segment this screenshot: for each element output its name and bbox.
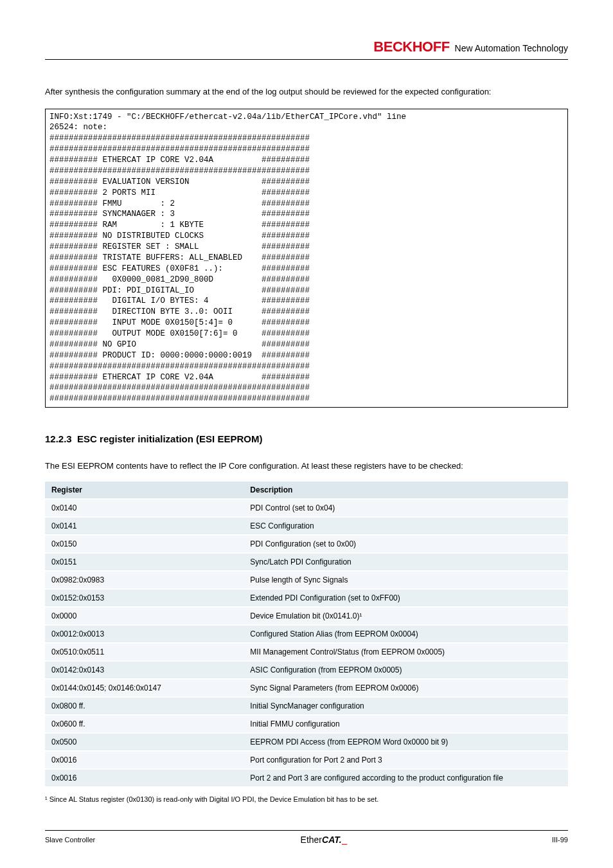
section-heading: 12.2.3 ESC register initialization (ESI … xyxy=(45,433,568,444)
page-footer: Slave Controller EtherCAT.⎯ III-99 xyxy=(45,830,568,845)
table-cell-description: Pulse length of Sync Signals xyxy=(244,571,568,589)
table-cell-register: 0x0016 xyxy=(45,751,244,769)
footer-logo: EtherCAT.⎯ xyxy=(301,835,347,845)
table-cell-description: PDI Configuration (set to 0x00) xyxy=(244,535,568,553)
table-cell-register: 0x0140 xyxy=(45,499,244,517)
table-row: 0x0152:0x0153Extended PDI Configuration … xyxy=(45,589,568,607)
table-row: 0x0012:0x0013Configured Station Alias (f… xyxy=(45,625,568,643)
table-row: 0x0142:0x0143ASIC Configuration (from EE… xyxy=(45,661,568,679)
table-cell-description: Sync Signal Parameters (from EEPROM 0x00… xyxy=(244,679,568,697)
footer-page-number: III-99 xyxy=(552,836,568,844)
table-row: 0x0140PDI Control (set to 0x04) xyxy=(45,499,568,517)
table-cell-register: 0x0151 xyxy=(45,553,244,571)
section-description: The ESI EEPROM contents have to reflect … xyxy=(45,460,568,473)
table-row: 0x0016Port configuration for Port 2 and … xyxy=(45,751,568,769)
section-title: ESC register initialization (ESI EEPROM) xyxy=(77,433,262,444)
table-cell-register: 0x0016 xyxy=(45,769,244,787)
table-cell-register: 0x0000 xyxy=(45,607,244,625)
intro-paragraph: After synthesis the configuration summar… xyxy=(45,86,568,98)
table-cell-description: Extended PDI Configuration (set to 0xFF0… xyxy=(244,589,568,607)
brand-logo: BECKHOFF xyxy=(373,39,449,55)
table-cell-description: Initial FMMU configuration xyxy=(244,715,568,733)
table-row: 0x0141ESC Configuration xyxy=(45,517,568,535)
table-cell-description: MII Management Control/Status (from EEPR… xyxy=(244,643,568,661)
table-row: 0x0982:0x0983Pulse length of Sync Signal… xyxy=(45,571,568,589)
table-row: 0x0016Port 2 and Port 3 are configured a… xyxy=(45,769,568,787)
table-row: 0x0000Device Emulation bit (0x0141.0)¹ xyxy=(45,607,568,625)
table-cell-register: 0x0982:0x0983 xyxy=(45,571,244,589)
table-row: 0x0144:0x0145; 0x0146:0x0147Sync Signal … xyxy=(45,679,568,697)
table-cell-register: 0x0500 xyxy=(45,733,244,751)
table-cell-description: Configured Station Alias (from EEPROM 0x… xyxy=(244,625,568,643)
section-number: 12.2.3 xyxy=(45,433,72,444)
table-row: 0x0510:0x0511MII Management Control/Stat… xyxy=(45,643,568,661)
table-cell-register: 0x0152:0x0153 xyxy=(45,589,244,607)
table-cell-register: 0x0600 ff. xyxy=(45,715,244,733)
page-header: BECKHOFF New Automation Technology xyxy=(45,39,568,60)
table-header-description: Description xyxy=(244,482,568,499)
table-row: 0x0800 ff.Initial SyncManager configurat… xyxy=(45,697,568,715)
table-cell-description: Sync/Latch PDI Configuration xyxy=(244,553,568,571)
table-cell-description: Initial SyncManager configuration xyxy=(244,697,568,715)
table-cell-description: ESC Configuration xyxy=(244,517,568,535)
footer-logo-arrow: ⎯ xyxy=(342,835,347,845)
table-cell-description: Device Emulation bit (0x0141.0)¹ xyxy=(244,607,568,625)
table-cell-description: EEPROM PDI Access (from EEPROM Word 0x00… xyxy=(244,733,568,751)
footer-logo-b: CAT. xyxy=(322,835,342,845)
register-table: Register Description 0x0140PDI Control (… xyxy=(45,482,568,788)
table-cell-register: 0x0142:0x0143 xyxy=(45,661,244,679)
footer-logo-a: Ether xyxy=(301,835,322,845)
table-cell-description: PDI Control (set to 0x04) xyxy=(244,499,568,517)
footer-left: Slave Controller xyxy=(45,836,95,844)
synthesis-log-output: INFO:Xst:1749 - "C:/BECKHOFF/ethercat-v2… xyxy=(45,109,568,408)
table-cell-register: 0x0150 xyxy=(45,535,244,553)
table-cell-register: 0x0800 ff. xyxy=(45,697,244,715)
table-cell-register: 0x0510:0x0511 xyxy=(45,643,244,661)
table-cell-register: 0x0012:0x0013 xyxy=(45,625,244,643)
table-row: 0x0500EEPROM PDI Access (from EEPROM Wor… xyxy=(45,733,568,751)
table-cell-description: Port configuration for Port 2 and Port 3 xyxy=(244,751,568,769)
table-row: 0x0150PDI Configuration (set to 0x00) xyxy=(45,535,568,553)
table-header-register: Register xyxy=(45,482,244,499)
footnote: ¹ Since AL Status register (0x0130) is r… xyxy=(45,795,568,803)
table-cell-description: ASIC Configuration (from EEPROM 0x0005) xyxy=(244,661,568,679)
brand-tagline: New Automation Technology xyxy=(455,43,568,53)
table-cell-register: 0x0141 xyxy=(45,517,244,535)
table-cell-register: 0x0144:0x0145; 0x0146:0x0147 xyxy=(45,679,244,697)
table-cell-description: Port 2 and Port 3 are configured accordi… xyxy=(244,769,568,787)
table-row: 0x0151Sync/Latch PDI Configuration xyxy=(45,553,568,571)
table-row: 0x0600 ff.Initial FMMU configuration xyxy=(45,715,568,733)
